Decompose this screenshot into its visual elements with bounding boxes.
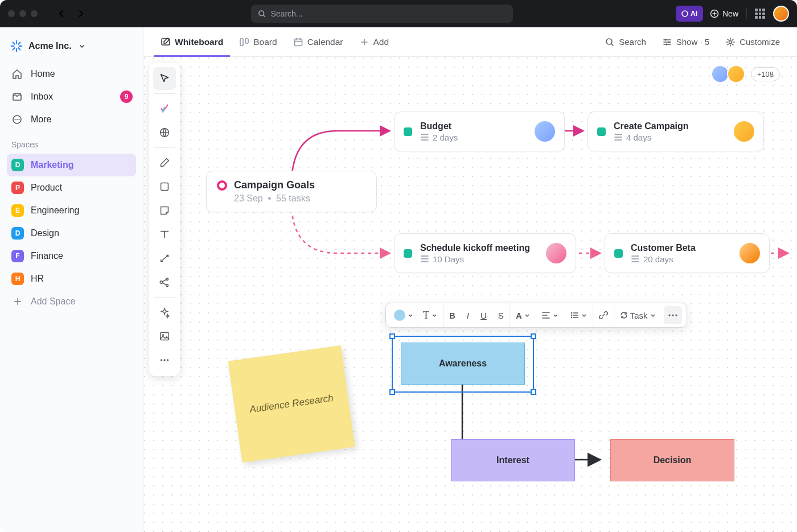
- collaborator-avatar[interactable]: [727, 65, 745, 83]
- task-card-kickoff[interactable]: Schedule kickoff meeting10 Days: [394, 233, 576, 273]
- user-avatar[interactable]: [773, 6, 789, 22]
- chevron-down-icon: [432, 312, 437, 318]
- task-card-budget[interactable]: Budget2 days: [394, 112, 565, 151]
- collaborators-more[interactable]: +108: [751, 67, 780, 81]
- strike-button[interactable]: S: [492, 303, 510, 327]
- ai-button[interactable]: AI: [676, 6, 703, 22]
- new-button[interactable]: New: [710, 9, 738, 18]
- sticky-note[interactable]: Audience Research: [228, 345, 355, 463]
- tool-mindmap[interactable]: [153, 271, 176, 294]
- calendar-icon: [293, 37, 303, 47]
- chevron-down-icon: [524, 312, 530, 318]
- text-icon: [158, 228, 171, 241]
- view-tabs: Whiteboard Board Calendar Add Search S: [143, 27, 797, 57]
- tool-text[interactable]: [153, 223, 176, 246]
- bullets-icon: [570, 311, 579, 319]
- tool-connector[interactable]: [153, 247, 176, 270]
- task-icon: [158, 102, 171, 115]
- space-item-marketing[interactable]: DMarketing: [7, 154, 136, 176]
- toolbar-customize[interactable]: Customize: [718, 27, 787, 56]
- task-card-create[interactable]: Create Campaign4 days: [588, 112, 764, 151]
- add-space-button[interactable]: Add Space: [7, 290, 136, 313]
- nav-forward-button[interactable]: [73, 6, 89, 22]
- task-card-beta[interactable]: Customer Beta20 days: [605, 233, 770, 273]
- bold-button[interactable]: B: [443, 303, 461, 327]
- tool-pen[interactable]: [153, 151, 176, 174]
- convert-task-button[interactable]: Task: [614, 303, 662, 327]
- workspace-selector[interactable]: Acme Inc.: [7, 35, 136, 57]
- whiteboard-toolbox: [149, 63, 180, 376]
- shape-awareness[interactable]: Awareness: [401, 343, 525, 385]
- tab-whiteboard[interactable]: Whiteboard: [154, 27, 230, 56]
- toolbar-search[interactable]: Search: [598, 27, 653, 56]
- svg-rect-8: [240, 39, 243, 46]
- tool-image[interactable]: [153, 325, 176, 348]
- svg-rect-10: [294, 39, 302, 46]
- svg-point-24: [163, 359, 165, 361]
- nav-home[interactable]: Home: [7, 63, 136, 85]
- tool-shape[interactable]: [153, 175, 176, 198]
- plus-circle-icon: [710, 9, 719, 18]
- underline-button[interactable]: U: [475, 303, 492, 327]
- italic-button[interactable]: I: [461, 303, 475, 327]
- tool-task[interactable]: [153, 97, 176, 120]
- toolbar-show[interactable]: Show · 5: [655, 27, 716, 56]
- list-icon: [420, 255, 429, 263]
- more-icon: [11, 114, 23, 125]
- plus-icon: [11, 295, 24, 308]
- globe-icon: [158, 126, 171, 139]
- fill-color-button[interactable]: [388, 303, 417, 327]
- space-item-engineering[interactable]: EEngineering: [7, 199, 136, 222]
- global-search[interactable]: Search...: [251, 5, 513, 23]
- space-item-product[interactable]: PProduct: [7, 176, 136, 199]
- align-button[interactable]: [536, 303, 564, 327]
- tool-pointer[interactable]: [153, 67, 176, 90]
- svg-point-4: [15, 119, 16, 120]
- shape-interest[interactable]: Interest: [451, 439, 575, 481]
- tool-ai[interactable]: [153, 301, 176, 324]
- svg-point-23: [161, 359, 162, 361]
- chevron-down-icon: [79, 43, 85, 50]
- list-button[interactable]: [564, 303, 593, 327]
- more-options-button[interactable]: [664, 306, 682, 324]
- assignee-avatar[interactable]: [740, 243, 760, 263]
- dots-icon: [668, 314, 677, 316]
- nav-inbox[interactable]: Inbox 9: [7, 85, 136, 108]
- space-color-icon: D: [11, 227, 24, 240]
- nav-more[interactable]: More: [7, 108, 136, 131]
- tool-more[interactable]: [153, 349, 176, 372]
- whiteboard-canvas[interactable]: +108 Campaign Goals: [143, 57, 797, 532]
- goal-card[interactable]: Campaign Goals 23 Sep • 55 tasks: [206, 171, 377, 212]
- text-color-button[interactable]: A: [510, 303, 536, 327]
- space-item-hr[interactable]: HHR: [7, 267, 136, 290]
- svg-point-6: [19, 119, 20, 120]
- tool-web[interactable]: [153, 121, 176, 144]
- shape-decision[interactable]: Decision: [610, 439, 734, 481]
- svg-point-5: [17, 119, 18, 120]
- svg-point-15: [729, 40, 732, 43]
- tab-add-view[interactable]: Add: [352, 27, 396, 56]
- assignee-avatar[interactable]: [734, 121, 754, 142]
- collaborator-avatar[interactable]: [711, 65, 729, 83]
- svg-point-12: [664, 39, 666, 40]
- inbox-icon: [11, 91, 23, 102]
- link-button[interactable]: [593, 303, 614, 327]
- svg-point-29: [668, 314, 670, 316]
- tool-sticky[interactable]: [153, 199, 176, 222]
- tab-board[interactable]: Board: [232, 27, 284, 56]
- align-icon: [541, 311, 550, 319]
- assignee-avatar[interactable]: [546, 243, 566, 263]
- link-icon: [599, 311, 608, 320]
- apps-grid-icon[interactable]: [755, 9, 765, 19]
- svg-rect-17: [161, 183, 169, 191]
- font-button[interactable]: T: [417, 303, 443, 327]
- nav-back-button[interactable]: [54, 6, 69, 22]
- space-item-finance[interactable]: FFinance: [7, 245, 136, 267]
- tab-calendar[interactable]: Calendar: [286, 27, 350, 56]
- assignee-avatar[interactable]: [535, 121, 555, 142]
- spaces-header: Spaces: [7, 131, 136, 154]
- space-item-design[interactable]: DDesign: [7, 222, 136, 245]
- status-dot-icon: [404, 249, 412, 258]
- search-placeholder: Search...: [270, 9, 302, 18]
- space-color-icon: D: [11, 159, 24, 171]
